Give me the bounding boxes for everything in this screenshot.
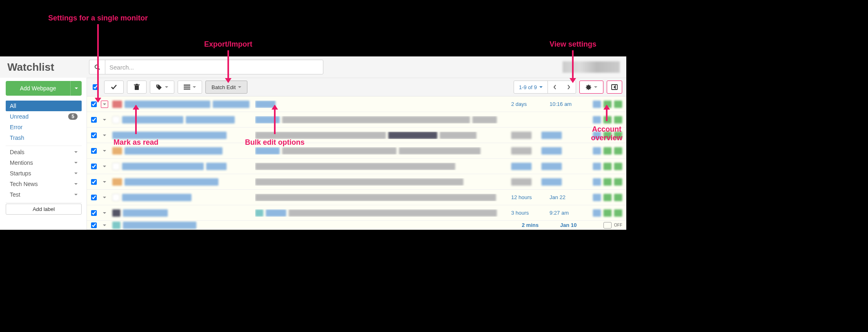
table-row[interactable]: 3 hours9:27 am	[87, 205, 626, 221]
label-technews[interactable]: Tech News	[6, 179, 82, 189]
row-settings-dropdown[interactable]	[101, 132, 108, 139]
chevron-down-icon	[74, 183, 78, 185]
table-row[interactable]	[87, 174, 626, 190]
export-import-button[interactable]	[178, 81, 202, 94]
row-checkbox[interactable]	[91, 117, 97, 123]
svg-rect-6	[184, 85, 190, 85]
row-date: 12 hours	[511, 194, 540, 200]
tag-icon	[156, 84, 162, 90]
chevron-down-icon	[74, 162, 78, 164]
watchlist-rows: 2 days10:16 am	[87, 96, 626, 230]
row-checkbox[interactable]	[91, 210, 97, 216]
add-webpage-button[interactable]: Add Webpage	[6, 81, 82, 96]
row-settings-dropdown[interactable]	[101, 101, 108, 108]
row-date: 2 mins	[522, 222, 550, 228]
row-settings-dropdown[interactable]	[101, 116, 108, 123]
filter-unread[interactable]: Unread 5	[6, 111, 82, 122]
row-checkbox[interactable]	[91, 195, 97, 200]
select-all-checkbox[interactable]	[93, 84, 98, 90]
callout-export-import: Export/Import	[204, 40, 252, 49]
toolbar: Batch Edit 1-9 of 9	[87, 78, 626, 96]
chevron-down-icon	[165, 86, 168, 88]
row-settings-dropdown[interactable]	[101, 222, 108, 229]
row-time: 10:16 am	[550, 101, 578, 107]
table-row[interactable]: 12 hoursJan 22	[87, 190, 626, 205]
svg-line-1	[98, 68, 100, 70]
table-row[interactable]	[87, 159, 626, 174]
pager-info[interactable]: 1-9 of 9	[514, 81, 548, 93]
filter-error[interactable]: Error	[6, 122, 82, 132]
filter-label: Trash	[10, 135, 24, 141]
status-off: OFF	[614, 223, 622, 227]
row-settings-dropdown[interactable]	[101, 209, 108, 217]
chevron-down-icon	[74, 194, 78, 195]
callout-single-monitor: Settings for a single monitor	[48, 14, 148, 22]
view-settings-button[interactable]	[579, 81, 603, 94]
row-time: Jan 22	[550, 194, 578, 200]
add-label-button[interactable]: Add label	[6, 204, 82, 215]
gear-icon	[585, 84, 592, 90]
row-time: Jan 10	[560, 222, 589, 228]
svg-rect-7	[184, 87, 190, 87]
account-menu[interactable]	[563, 61, 620, 73]
delete-button[interactable]	[127, 81, 147, 94]
check-icon	[111, 84, 117, 90]
row-date: 2 days	[511, 101, 540, 107]
row-checkbox[interactable]	[91, 164, 97, 169]
add-webpage-dropdown[interactable]	[70, 81, 82, 96]
sidebar: Add Webpage All Unread 5 Error Trash Dea…	[0, 78, 87, 230]
svg-rect-8	[184, 89, 190, 90]
row-checkbox[interactable]	[91, 179, 97, 185]
table-row[interactable]: 2 minsJan 10 OFF	[87, 221, 626, 230]
table-row[interactable]	[87, 128, 626, 143]
table-row[interactable]	[87, 112, 626, 128]
row-checkbox[interactable]	[91, 222, 97, 228]
svg-point-0	[95, 65, 99, 69]
page-title: Watchlist	[7, 61, 89, 74]
callout-view-settings: View settings	[550, 40, 596, 49]
row-date: 3 hours	[511, 210, 540, 216]
row-checkbox[interactable]	[91, 101, 97, 107]
filter-trash[interactable]: Trash	[6, 132, 82, 143]
svg-point-5	[157, 85, 158, 86]
row-settings-dropdown[interactable]	[101, 178, 108, 186]
search-wrap	[89, 60, 323, 74]
trash-icon	[134, 84, 140, 90]
mark-read-button[interactable]	[104, 81, 124, 94]
label-test[interactable]: Test	[6, 189, 82, 200]
batch-edit-label: Batch Edit	[211, 84, 236, 90]
header: Watchlist	[0, 56, 626, 78]
pager-text: 1-9 of 9	[519, 84, 537, 90]
svg-rect-4	[136, 84, 138, 85]
batch-edit-button[interactable]: Batch Edit	[205, 81, 247, 94]
add-webpage-main[interactable]: Add Webpage	[6, 81, 70, 96]
chevron-down-icon	[74, 173, 78, 174]
row-settings-dropdown[interactable]	[101, 147, 108, 155]
chevron-down-icon	[594, 86, 597, 88]
tag-button[interactable]	[150, 81, 174, 94]
chevron-down-icon	[238, 86, 241, 88]
table-row[interactable]: 2 days10:16 am	[87, 96, 626, 112]
pager: 1-9 of 9	[514, 81, 576, 94]
row-settings-dropdown[interactable]	[101, 194, 108, 201]
filter-label: Unread	[10, 113, 29, 120]
content: Batch Edit 1-9 of 9	[87, 78, 626, 230]
search-icon[interactable]	[89, 60, 105, 74]
filter-all[interactable]: All	[6, 101, 82, 111]
chevron-down-icon	[74, 151, 78, 153]
row-checkbox[interactable]	[91, 148, 97, 154]
pager-prev[interactable]	[548, 81, 562, 93]
label-deals[interactable]: Deals	[6, 147, 82, 157]
panel-collapse-icon	[611, 84, 618, 90]
row-checkbox[interactable]	[91, 132, 97, 138]
filter-label: Error	[10, 124, 22, 130]
pager-next[interactable]	[562, 81, 576, 93]
row-settings-dropdown[interactable]	[101, 163, 108, 170]
svg-rect-2	[135, 85, 139, 90]
label-mentions[interactable]: Mentions	[6, 157, 82, 168]
filter-list: All Unread 5 Error Trash	[6, 101, 82, 143]
search-input[interactable]	[105, 61, 323, 73]
label-startups[interactable]: Startups	[6, 168, 82, 179]
table-row[interactable]	[87, 143, 626, 159]
account-overview-button[interactable]	[607, 81, 622, 94]
